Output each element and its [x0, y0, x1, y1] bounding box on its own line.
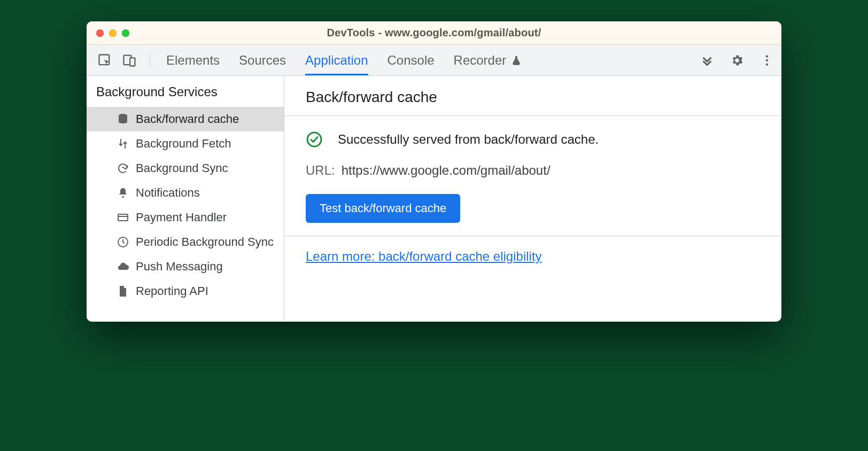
application-sidebar: Background Services Back/forward cache B… — [87, 76, 284, 322]
card-icon — [117, 211, 129, 224]
tab-console[interactable]: Console — [387, 45, 435, 75]
bfcache-result-section: Successfully served from back/forward ca… — [284, 116, 781, 236]
window-title: DevTools - www.google.com/gmail/about/ — [87, 27, 781, 39]
sidebar-item-label: Periodic Background Sync — [136, 235, 274, 249]
panel-body: Background Services Back/forward cache B… — [87, 76, 781, 322]
clock-icon — [117, 236, 129, 248]
close-window-button[interactable] — [96, 29, 104, 37]
more-tabs-icon[interactable] — [700, 53, 714, 67]
fetch-icon — [117, 137, 129, 150]
sidebar-section-title: Background Services — [87, 76, 284, 107]
bfcache-status-row: Successfully served from back/forward ca… — [306, 131, 760, 148]
svg-point-4 — [766, 59, 768, 61]
sidebar-item-notifications[interactable]: Notifications — [87, 181, 284, 205]
sidebar-item-bfcache[interactable]: Back/forward cache — [87, 107, 284, 131]
bell-icon — [117, 186, 129, 199]
svg-point-5 — [766, 63, 768, 65]
minimize-window-button[interactable] — [109, 29, 117, 37]
sidebar-item-label: Reporting API — [136, 284, 208, 298]
sidebar-item-label: Payment Handler — [136, 211, 227, 224]
svg-rect-7 — [118, 214, 128, 221]
sync-icon — [117, 162, 129, 175]
sidebar-item-payment[interactable]: Payment Handler — [87, 205, 284, 230]
tab-application[interactable]: Application — [305, 45, 368, 75]
sidebar-item-bg-fetch[interactable]: Background Fetch — [87, 131, 284, 156]
device-toolbar-icon[interactable] — [122, 53, 137, 68]
pane-heading: Back/forward cache — [284, 76, 781, 116]
sidebar-item-bg-sync[interactable]: Background Sync — [87, 156, 284, 181]
file-icon — [117, 285, 129, 298]
bfcache-url-row: URL: https://www.google.com/gmail/about/ — [306, 163, 760, 178]
tab-label: Sources — [239, 53, 286, 68]
sidebar-item-periodic-sync[interactable]: Periodic Background Sync — [87, 230, 284, 254]
tab-recorder[interactable]: Recorder — [454, 45, 523, 75]
sidebar-item-label: Notifications — [136, 186, 200, 200]
sidebar-item-push[interactable]: Push Messaging — [87, 254, 284, 279]
test-bfcache-button[interactable]: Test back/forward cache — [306, 194, 460, 223]
sidebar-item-reporting[interactable]: Reporting API — [87, 279, 284, 304]
more-options-icon[interactable] — [760, 53, 774, 67]
bfcache-status-text: Successfully served from back/forward ca… — [338, 132, 599, 147]
devtools-toolbar: Elements Sources Application Console Rec… — [87, 45, 781, 76]
svg-rect-2 — [130, 58, 135, 66]
success-check-icon — [306, 131, 323, 148]
window-controls — [87, 29, 129, 37]
settings-icon[interactable] — [730, 53, 744, 67]
svg-point-3 — [766, 55, 768, 57]
sidebar-item-label: Push Messaging — [136, 260, 223, 274]
cloud-icon — [117, 260, 129, 273]
tab-label: Elements — [166, 53, 220, 68]
url-value: https://www.google.com/gmail/about/ — [342, 163, 551, 178]
tab-elements[interactable]: Elements — [166, 45, 220, 75]
sidebar-item-label: Back/forward cache — [136, 112, 239, 126]
panel-tabs: Elements Sources Application Console Rec… — [166, 45, 689, 75]
toolbar-separator — [150, 53, 150, 68]
experimental-icon — [510, 55, 522, 66]
tab-sources[interactable]: Sources — [239, 45, 286, 75]
zoom-window-button[interactable] — [122, 29, 129, 37]
learn-more-link[interactable]: Learn more: back/forward cache eligibili… — [306, 249, 542, 263]
inspect-element-icon[interactable] — [97, 53, 112, 68]
tab-label: Application — [305, 53, 368, 68]
devtools-window: DevTools - www.google.com/gmail/about/ E… — [87, 21, 781, 322]
svg-rect-0 — [99, 55, 110, 65]
tab-label: Recorder — [454, 53, 507, 68]
toolbar-right — [700, 53, 774, 67]
storage-icon — [117, 113, 129, 126]
bfcache-pane: Back/forward cache Successfully served f… — [284, 76, 781, 322]
tab-label: Console — [387, 53, 435, 68]
sidebar-item-label: Background Sync — [136, 161, 228, 175]
sidebar-item-label: Background Fetch — [136, 137, 231, 151]
bfcache-footer: Learn more: back/forward cache eligibili… — [284, 236, 781, 277]
url-label: URL: — [306, 163, 335, 178]
titlebar: DevTools - www.google.com/gmail/about/ — [87, 21, 781, 45]
